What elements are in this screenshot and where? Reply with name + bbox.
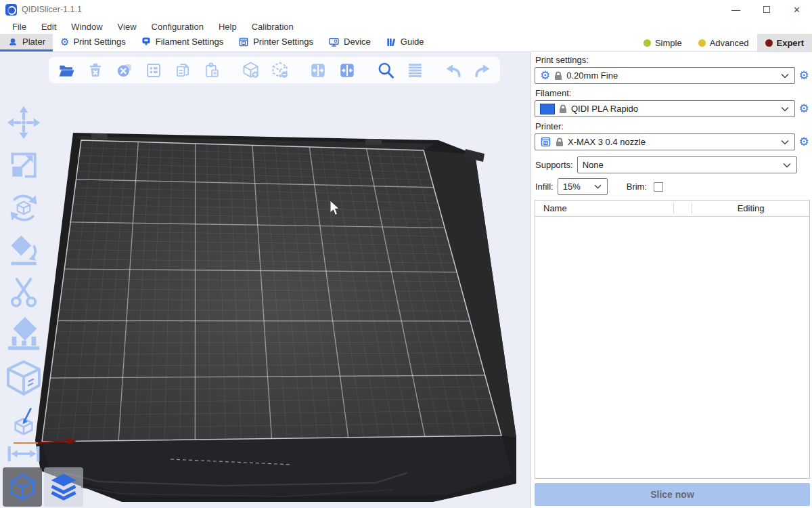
delete-button[interactable] [86,61,105,80]
tab-plater[interactable]: Plater [0,34,53,51]
place-on-face-tool-button[interactable] [6,233,41,268]
tab-label: Plater [22,37,45,47]
view-mode-switch [3,467,83,507]
tab-printer-settings[interactable]: Printer Settings [231,34,321,51]
build-plate-scene [0,52,531,508]
rotate-icon [6,190,41,226]
paste-button[interactable] [202,61,221,80]
3d-editor-view-button[interactable] [3,467,42,507]
viewport-3d[interactable] [0,52,531,508]
print-settings-gear-button[interactable]: ⚙ [798,68,810,83]
chevron-down-icon [780,72,790,79]
place-on-face-icon [6,233,41,268]
left-toolbar [4,105,43,464]
object-list[interactable]: Name Editing [535,200,810,479]
gear-icon: ⚙ [540,68,550,83]
move-tool-button[interactable] [6,105,41,140]
menu-item-view[interactable]: View [111,20,143,33]
brim-label: Brim: [627,182,647,192]
split-to-objects-button[interactable] [309,61,328,80]
filament-label: Filament: [535,88,810,98]
print-settings-dropdown[interactable]: ⚙ 0.20mm Fine [535,67,795,84]
simple-mode-dot-icon [644,39,651,47]
tab-label: Print Settings [73,37,125,47]
measure-tool-button[interactable] [6,444,41,464]
mmu-painting-tool-button[interactable] [9,405,39,436]
menu-item-help[interactable]: Help [212,20,244,33]
open-folder-button[interactable] [57,61,76,80]
tab-label: Printer Settings [253,37,313,47]
tab-label: Device [344,37,371,47]
mode-label: Simple [655,38,682,48]
filament-value: QIDI PLA Rapido [571,104,776,114]
lock-icon [559,104,567,114]
variable-layer-height-button[interactable] [405,61,424,80]
3d-editor-cube-icon [8,473,37,501]
redo-button[interactable] [473,61,492,80]
column-separator [673,203,674,214]
cut-tool-button[interactable] [7,276,40,308]
infill-dropdown[interactable]: 15% [558,178,608,195]
remove-instance-button[interactable] [270,61,289,80]
scale-tool-button[interactable] [6,148,41,183]
copy-button[interactable] [173,61,192,80]
undo-icon [444,60,463,81]
close-button[interactable]: ✕ [782,0,812,19]
tab-print-settings[interactable]: ⚙ Print Settings [53,34,133,51]
copy-icon [174,62,191,79]
seam-painting-icon [5,360,43,398]
chevron-down-icon [593,184,602,190]
filament-gear-button[interactable]: ⚙ [798,102,810,116]
arrange-button[interactable] [144,61,163,80]
rotate-tool-button[interactable] [6,190,41,226]
menu-item-configuration[interactable]: Configuration [145,20,210,33]
object-list-body[interactable] [535,217,809,478]
undo-button[interactable] [444,61,463,80]
brim-checkbox[interactable] [654,182,663,192]
printer-gear-button[interactable]: ⚙ [798,135,810,149]
tab-label: Guide [401,37,424,47]
lock-icon [556,137,564,147]
maximize-button[interactable] [751,0,782,19]
mode-simple[interactable]: Simple [635,34,690,51]
remove-instance-icon [271,61,289,79]
paint-on-supports-tool-button[interactable] [5,316,42,352]
split-to-parts-button[interactable] [338,61,357,80]
search-icon [376,61,395,80]
mode-expert[interactable]: Expert [757,34,812,51]
expert-mode-dot-icon [765,39,773,47]
search-button[interactable] [376,61,395,80]
mode-advanced[interactable]: Advanced [690,34,757,51]
preview-view-button[interactable] [44,467,83,507]
chevron-down-icon [782,162,792,169]
books-icon [386,37,397,47]
delete-all-button[interactable] [115,61,134,80]
paste-icon [203,62,221,79]
minimize-button[interactable]: — [721,0,751,19]
supports-value: None [583,160,778,170]
seam-painting-tool-button[interactable] [5,360,43,398]
split-to-objects-icon [309,62,327,79]
add-instance-button[interactable] [241,61,260,80]
tab-guide[interactable]: Guide [378,34,432,51]
menu-item-calibration[interactable]: Calibration [245,20,300,33]
menu-item-file[interactable]: File [5,20,33,33]
printer-dropdown[interactable]: X-MAX 3 0.4 nozzle [535,133,795,150]
bed-clip [91,133,108,140]
tab-device[interactable]: Device [321,34,378,51]
supports-label: Supports: [535,160,573,170]
tab-filament-settings[interactable]: Filament Settings [133,34,231,51]
arrange-icon [145,62,162,79]
filament-dropdown[interactable]: QIDI PLA Rapido [535,100,795,117]
mode-label: Expert [777,38,804,48]
menu-item-edit[interactable]: Edit [35,20,63,33]
settings-sidebar: Print settings: ⚙ 0.20mm Fine ⚙ Filament… [531,52,812,508]
slice-now-button[interactable]: Slice now [535,483,810,506]
app-window: QIDISlicer-1.1.1 — ✕ File Edit Window Vi… [0,0,812,508]
open-folder-icon [58,61,76,79]
mode-selector: Simple Advanced Expert [635,34,812,51]
tab-label: Filament Settings [156,37,223,47]
menu-item-window[interactable]: Window [64,20,109,33]
infill-value: 15% [563,182,589,192]
supports-dropdown[interactable]: None [577,156,797,173]
